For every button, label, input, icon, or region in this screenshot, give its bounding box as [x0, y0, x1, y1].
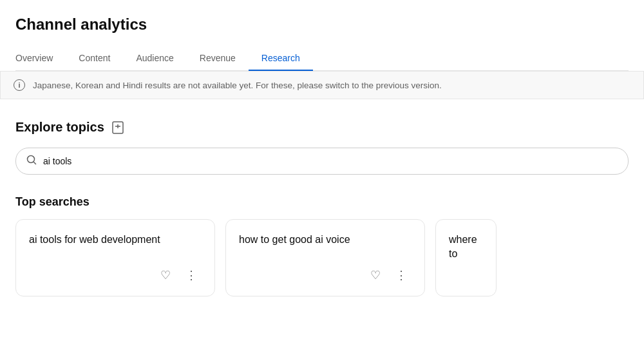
- card-actions-1: [29, 265, 202, 286]
- bookmark-icon[interactable]: [111, 121, 125, 135]
- card-text-3: where to: [449, 233, 483, 262]
- card-text-1: ai tools for web development: [29, 233, 202, 247]
- explore-title: Explore topics: [15, 120, 104, 135]
- tab-research[interactable]: Research: [249, 46, 313, 71]
- search-icon: [26, 155, 37, 168]
- tab-audience[interactable]: Audience: [123, 46, 186, 71]
- tab-overview[interactable]: Overview: [15, 46, 66, 71]
- section-header: Explore topics: [15, 120, 629, 135]
- nav-tabs: Overview Content Audience Revenue Resear…: [15, 46, 629, 71]
- info-banner: i Japanese, Korean and Hindi results are…: [0, 71, 644, 99]
- card-actions-2: [239, 265, 412, 286]
- cards-row: ai tools for web development how to get …: [15, 219, 629, 296]
- main-content: Explore topics Top searches ai tools for…: [0, 99, 644, 312]
- search-input[interactable]: [43, 156, 618, 166]
- page-title: Channel analytics: [15, 15, 629, 34]
- heart-icon-2[interactable]: [365, 265, 386, 286]
- top-searches-section: Top searches ai tools for web developmen…: [15, 195, 629, 296]
- search-box[interactable]: [15, 148, 629, 175]
- top-searches-title: Top searches: [15, 195, 629, 209]
- tab-revenue[interactable]: Revenue: [187, 46, 249, 71]
- dots-icon-1[interactable]: [181, 265, 202, 286]
- search-card-2[interactable]: how to get good ai voice: [225, 219, 425, 296]
- search-card-3[interactable]: where to: [435, 219, 497, 296]
- info-icon: i: [14, 79, 25, 91]
- svg-point-3: [28, 156, 35, 163]
- tab-content[interactable]: Content: [66, 46, 123, 71]
- page-header: Channel analytics Overview Content Audie…: [0, 0, 644, 71]
- svg-line-4: [34, 162, 36, 164]
- dots-icon-2[interactable]: [391, 265, 412, 286]
- card-text-2: how to get good ai voice: [239, 233, 412, 247]
- banner-message: Japanese, Korean and Hindi results are n…: [33, 81, 442, 90]
- heart-icon-1[interactable]: [155, 265, 176, 286]
- search-card-1[interactable]: ai tools for web development: [15, 219, 215, 296]
